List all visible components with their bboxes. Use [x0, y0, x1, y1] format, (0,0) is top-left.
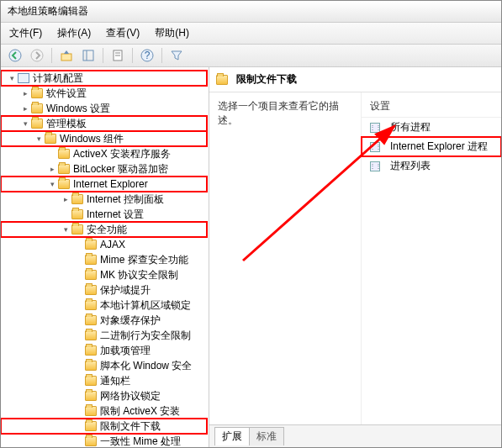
tree-item[interactable]: 一致性 Mime 处理 [1, 434, 207, 447]
expand-icon[interactable]: ▸ [60, 193, 71, 205]
setting-item[interactable]: 所有进程 [362, 118, 501, 137]
expand-icon [73, 329, 85, 341]
expand-icon[interactable]: ▾ [60, 224, 71, 235]
tree-item-label: Internet 控制面板 [87, 192, 164, 207]
menu-file[interactable]: 文件(F) [4, 24, 47, 42]
tree-item[interactable]: 限制 ActiveX 安装 [1, 403, 207, 419]
tree-item[interactable]: ActiveX 安装程序服务 [1, 146, 207, 161]
expand-icon[interactable]: ▸ [46, 163, 58, 175]
folder-icon [85, 376, 97, 386]
help-button[interactable]: ? [138, 47, 156, 64]
tree-item[interactable]: ▾Windows 组件 [1, 131, 207, 146]
tree-item-label: Internet Explorer [73, 178, 148, 190]
tree-item[interactable]: ▸软件设置 [1, 86, 207, 101]
tree-item-label: BitLocker 驱动器加密 [73, 162, 168, 177]
folder-icon [58, 179, 70, 189]
properties-button[interactable] [108, 47, 127, 64]
folder-icon [58, 164, 70, 174]
gpedit-window: 本地组策略编辑器 文件(F) 操作(A) 查看(V) 帮助(H) ? ▾计算机配… [0, 0, 502, 448]
expand-icon [73, 239, 85, 250]
forward-button[interactable] [28, 47, 46, 64]
setting-label: 进程列表 [390, 159, 431, 173]
tree-item[interactable]: ▾Internet Explorer [1, 177, 207, 192]
policy-icon [370, 123, 380, 133]
tree-item[interactable]: ▸Windows 设置 [1, 101, 207, 116]
folder-icon [45, 134, 56, 144]
tree-item[interactable]: 加载项管理 [1, 343, 207, 358]
description-pane: 选择一个项目来查看它的描述。 [209, 92, 361, 424]
folder-icon [216, 75, 228, 85]
folder-icon [85, 330, 97, 340]
svg-rect-2 [61, 54, 71, 61]
back-button[interactable] [6, 47, 24, 64]
tree-item-label: 网络协议锁定 [100, 389, 161, 403]
tree-item[interactable]: 通知栏 [1, 373, 207, 388]
tree-item-label: Internet 设置 [87, 208, 144, 222]
tree-item-label: 本地计算机区域锁定 [100, 298, 191, 313]
setting-label: Internet Explorer 进程 [390, 140, 488, 154]
tree-item-label: Windows 设置 [46, 102, 110, 116]
expand-icon[interactable]: ▾ [19, 118, 31, 129]
expand-icon [73, 345, 85, 356]
svg-text:?: ? [145, 50, 151, 61]
settings-column-header[interactable]: 设置 [362, 96, 501, 118]
tree-item-label: MK 协议安全限制 [100, 268, 178, 282]
show-hide-button[interactable] [79, 47, 98, 64]
tree-item[interactable]: ▾安全功能 [1, 222, 207, 237]
expand-icon[interactable]: ▾ [33, 133, 45, 145]
folder-icon [85, 255, 97, 265]
tree-item[interactable]: 本地计算机区域锁定 [1, 298, 207, 313]
expand-icon[interactable]: ▸ [19, 87, 31, 99]
tree-item[interactable]: ▸BitLocker 驱动器加密 [1, 161, 207, 177]
tree-item[interactable]: ▾管理模板 [1, 116, 207, 131]
details-body: 选择一个项目来查看它的描述。 设置 所有进程Internet Explorer … [209, 92, 501, 424]
tab-extended[interactable]: 扩展 [214, 427, 250, 445]
tree-item[interactable]: Internet 设置 [1, 207, 207, 222]
menu-action[interactable]: 操作(A) [52, 24, 96, 42]
menu-view[interactable]: 查看(V) [101, 24, 145, 42]
tree-item-label: 管理模板 [46, 117, 87, 131]
folder-icon [85, 240, 97, 250]
tree-item-label: 脚本化 Window 安全 [100, 359, 192, 373]
tree-pane[interactable]: ▾计算机配置▸软件设置▸Windows 设置▾管理模板▾Windows 组件Ac… [1, 67, 209, 447]
folder-icon [85, 361, 97, 371]
tree-item[interactable]: 限制文件下载 [1, 419, 207, 434]
tree-item[interactable]: 二进制行为安全限制 [1, 328, 207, 343]
folder-icon [85, 270, 97, 280]
setting-item[interactable]: 进程列表 [362, 156, 501, 176]
tree-item[interactable]: AJAX [1, 237, 207, 252]
tree-item-label: Windows 组件 [60, 132, 124, 146]
tree-item[interactable]: 网络协议锁定 [1, 388, 207, 403]
filter-button[interactable] [167, 47, 186, 64]
expand-icon [73, 254, 85, 266]
computer-icon [18, 73, 29, 83]
tree-item[interactable]: Mime 探查安全功能 [1, 252, 207, 267]
tree-item-label: ActiveX 安装程序服务 [73, 147, 171, 161]
expand-icon [73, 360, 85, 372]
tree-item[interactable]: 脚本化 Window 安全 [1, 358, 207, 373]
content-area: ▾计算机配置▸软件设置▸Windows 设置▾管理模板▾Windows 组件Ac… [1, 67, 501, 447]
folder-icon [85, 300, 97, 310]
setting-item[interactable]: Internet Explorer 进程 [362, 137, 501, 156]
expand-icon[interactable]: ▸ [19, 103, 31, 114]
description-text: 选择一个项目来查看它的描述。 [218, 100, 339, 126]
menu-help[interactable]: 帮助(H) [150, 24, 194, 42]
up-button[interactable] [57, 47, 76, 64]
folder-icon [85, 436, 97, 446]
tree-item[interactable]: 对象缓存保护 [1, 313, 207, 328]
tree-item-label: 一致性 Mime 处理 [100, 435, 181, 448]
tree-item-label: 限制 ActiveX 安装 [100, 404, 180, 419]
tree-item[interactable]: ▸Internet 控制面板 [1, 192, 207, 207]
folder-icon [31, 119, 43, 129]
tree-item-label: 软件设置 [46, 87, 87, 101]
expand-icon[interactable]: ▾ [6, 72, 18, 84]
tree-item[interactable]: 保护域提升 [1, 282, 207, 298]
expand-icon[interactable]: ▾ [46, 178, 58, 190]
tree-item-label: Mime 探查安全功能 [100, 253, 188, 267]
expand-icon [73, 435, 85, 447]
folder-icon [71, 209, 83, 219]
tree-item[interactable]: ▾计算机配置 [1, 71, 207, 86]
tree-item[interactable]: MK 协议安全限制 [1, 267, 207, 282]
folder-icon [85, 345, 97, 356]
tab-standard[interactable]: 标准 [249, 427, 284, 445]
